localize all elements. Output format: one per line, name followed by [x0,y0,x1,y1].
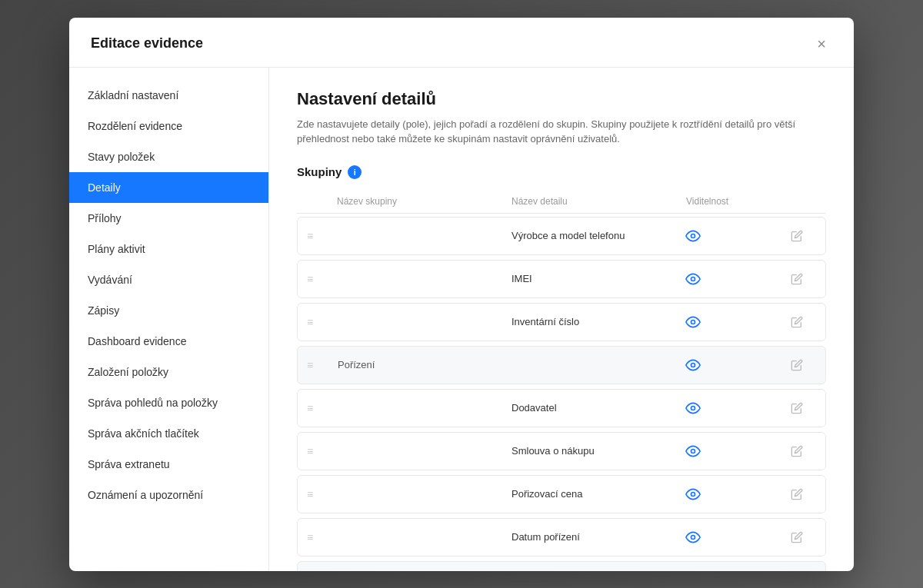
drag-handle-icon[interactable]: ≡ [307,488,338,500]
drag-handle-icon[interactable]: ≡ [307,531,338,543]
sidebar: Základní nastaveníRozdělení evidenceStav… [69,68,269,571]
drag-handle-icon[interactable]: ≡ [307,359,338,371]
section-label: Skupiny [297,165,342,178]
detail-name-cell: Smlouva o nákupu [511,445,685,457]
drag-handle-icon[interactable]: ≡ [307,230,338,242]
edit-cell [778,488,816,500]
detail-name-cell: Pořizovací cena [511,488,685,500]
edit-cell [778,316,816,328]
sidebar-item-sprava-extranetu[interactable]: Správa extranetu [69,449,268,480]
eye-icon[interactable] [685,530,701,545]
eye-icon[interactable] [685,357,701,373]
eye-icon[interactable] [685,487,701,502]
svg-point-6 [691,492,695,496]
col-visibility-header: Viditelnost [686,196,778,207]
table-row: ≡Inventární číslo [297,303,826,341]
visibility-cell [685,228,778,244]
svg-point-1 [691,277,695,281]
table-row: ≡Pořizovací cena [297,475,826,513]
edit-icon[interactable] [791,230,803,242]
sidebar-item-zalozeni-polozky[interactable]: Založení položky [69,357,268,387]
drag-handle-icon[interactable]: ≡ [307,316,338,328]
edit-cell [778,273,816,285]
edit-icon[interactable] [791,359,803,371]
sidebar-item-detaily[interactable]: Detaily [69,172,268,203]
table-row: ≡Smlouva o nákupu [297,432,826,470]
visibility-cell [685,314,778,330]
detail-name-cell: IMEI [511,273,685,284]
edit-icon[interactable] [791,531,803,543]
sidebar-item-plany-aktivit[interactable]: Plány aktivit [69,234,268,264]
visibility-cell [685,271,778,287]
page-description: Zde nastavujete detaily (pole), jejich p… [297,117,826,147]
svg-point-4 [691,406,695,410]
edit-icon[interactable] [791,273,803,285]
drag-handle-icon[interactable]: ≡ [307,445,338,457]
sidebar-item-dashboard-evidence[interactable]: Dashboard evidence [69,326,268,357]
eye-icon[interactable] [685,400,701,416]
col-group-header: Název skupiny [337,196,511,207]
svg-point-5 [691,449,695,453]
edit-cell [778,531,816,543]
edit-icon[interactable] [791,402,803,414]
sidebar-item-oznameni[interactable]: Oznámení a upozornění [69,480,268,510]
sidebar-item-sprava-pohledu[interactable]: Správa pohledů na položky [69,387,268,418]
sidebar-item-prilohy[interactable]: Přílohy [69,203,268,234]
visibility-cell [685,357,778,373]
table-row: ≡Umístění [297,561,826,571]
visibility-cell [685,487,778,502]
svg-point-3 [691,363,695,367]
sidebar-item-zakladni-nastaveni[interactable]: Základní nastavení [69,80,268,111]
close-button[interactable]: × [811,33,832,55]
detail-name-cell: Dodavatel [511,402,685,414]
sidebar-item-rozdeleni-evidence[interactable]: Rozdělení evidence [69,111,268,141]
edit-cell [778,445,816,457]
detail-name-cell: Výrobce a model telefonu [511,230,685,241]
edit-icon[interactable] [791,488,803,500]
edit-cell [778,359,816,371]
visibility-cell [685,443,778,459]
sidebar-item-zapisy[interactable]: Zápisy [69,295,268,326]
main-content: Nastavení detailů Zde nastavujete detail… [269,68,854,571]
table-row: ≡Datum pořízení [297,518,826,556]
table-row: ≡Pořízení [297,346,826,384]
eye-icon[interactable] [685,228,701,244]
visibility-cell [685,400,778,416]
table-row: ≡IMEI [297,260,826,298]
svg-point-0 [691,234,695,238]
detail-name-cell: Inventární číslo [511,316,685,327]
group-name-cell: Pořízení [338,359,511,370]
drag-handle-icon[interactable]: ≡ [307,273,338,285]
svg-point-2 [691,320,695,324]
table-header: Název skupiny Název detailu Viditelnost [297,190,826,214]
drag-handle-icon[interactable]: ≡ [307,402,338,414]
modal-title: Editace evidence [91,35,203,51]
sidebar-item-vydavani[interactable]: Vydávání [69,264,268,295]
svg-point-7 [691,535,695,539]
table-rows-container: ≡Výrobce a model telefonu≡IMEI≡Inventárn… [297,217,826,571]
modal-body: Základní nastaveníRozdělení evidenceStav… [69,68,854,571]
sidebar-item-sprava-akcnich[interactable]: Správa akčních tlačítek [69,418,268,449]
edit-icon[interactable] [791,316,803,328]
col-actions-header [778,196,817,207]
eye-icon[interactable] [685,271,701,287]
modal-header: Editace evidence × [69,18,854,68]
table-row: ≡Výrobce a model telefonu [297,217,826,255]
modal-dialog: Editace evidence × Základní nastaveníRoz… [69,18,854,571]
detail-name-cell: Datum pořízení [511,531,685,543]
col-detail-header: Název detailu [511,196,686,207]
edit-icon[interactable] [791,445,803,457]
sidebar-item-stavy-polozek[interactable]: Stavy položek [69,141,268,172]
col-drag-header [306,196,337,207]
table-row: ≡Dodavatel [297,389,826,427]
info-icon[interactable]: i [348,165,362,179]
edit-cell [778,402,816,414]
section-heading: Skupiny i [297,165,826,179]
eye-icon[interactable] [685,443,701,459]
edit-cell [778,230,816,242]
visibility-cell [685,530,778,545]
eye-icon[interactable] [685,314,701,330]
page-title: Nastavení detailů [297,89,826,109]
